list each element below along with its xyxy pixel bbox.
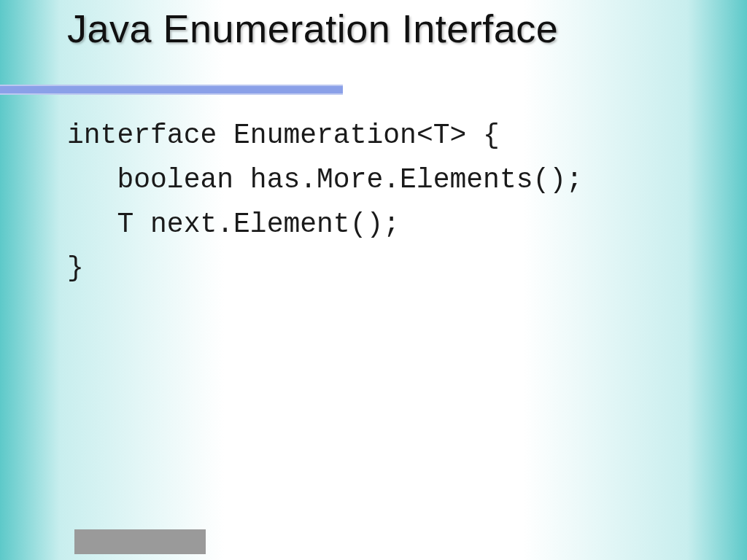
- slide: Java Enumeration Interface interface Enu…: [0, 0, 747, 560]
- footer-bar: [74, 529, 206, 554]
- slide-title: Java Enumeration Interface: [67, 6, 558, 51]
- code-line-1: interface Enumeration<T> {: [67, 120, 500, 151]
- title-underline: [0, 85, 343, 95]
- code-line-3: T next.Element();: [67, 209, 400, 240]
- code-line-2: boolean has.More.Elements();: [67, 164, 583, 195]
- code-block: interface Enumeration<T> { boolean has.M…: [67, 114, 583, 291]
- code-line-4: }: [67, 252, 84, 284]
